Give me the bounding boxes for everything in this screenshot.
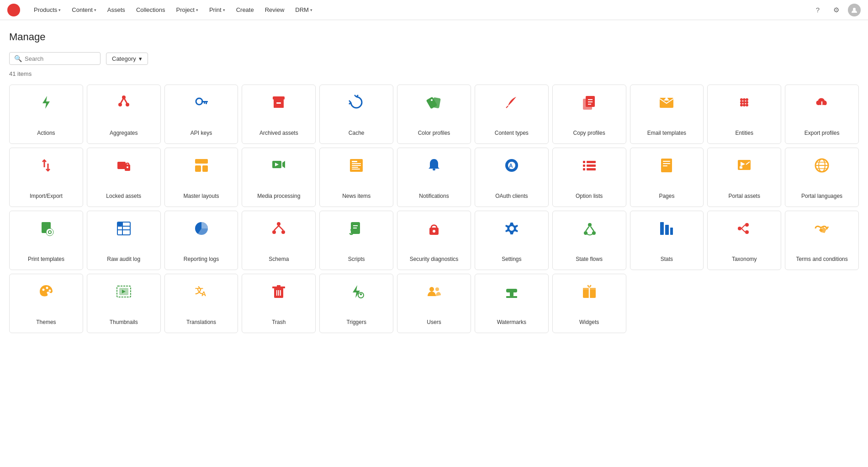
tag-icon	[426, 94, 442, 111]
grid-card-import-export[interactable]: Import/Export	[9, 148, 83, 207]
svg-rect-60	[587, 161, 596, 163]
thumbnail-icon	[116, 283, 132, 300]
nav-content[interactable]: Content ▾	[67, 4, 101, 16]
nav-create[interactable]: Create	[232, 4, 259, 16]
stats-icon	[658, 220, 675, 237]
svg-point-114	[46, 287, 48, 289]
card-label: Trash	[272, 319, 286, 326]
svg-point-2	[12, 8, 16, 12]
grid-card-media-processing[interactable]: Media processing	[242, 148, 316, 207]
svg-point-30	[740, 104, 743, 106]
grid-card-content-types[interactable]: Content types	[475, 85, 549, 144]
grid-card-reporting-logs[interactable]: Reporting logs	[164, 211, 238, 270]
grid-card-terms-and-conditions[interactable]: Terms and conditions	[785, 211, 859, 270]
nav-review[interactable]: Review	[260, 4, 289, 16]
svg-rect-64	[587, 168, 596, 170]
grid-card-master-layouts[interactable]: Master layouts	[164, 148, 238, 207]
nav-drm[interactable]: DRM ▾	[291, 4, 317, 16]
grid-icon	[736, 94, 752, 111]
grid-card-email-templates[interactable]: Email templates	[630, 85, 704, 144]
grid-card-api-keys[interactable]: API keys	[164, 85, 238, 144]
svg-rect-69	[738, 160, 751, 170]
grid-card-raw-audit-log[interactable]: Raw audit log	[87, 211, 161, 270]
grid-card-news-items[interactable]: News items	[319, 148, 393, 207]
search-input[interactable]	[25, 55, 95, 62]
grid-card-schema[interactable]: Schema	[242, 211, 316, 270]
grid-card-copy-profiles[interactable]: Copy profiles	[552, 85, 626, 144]
nav-project[interactable]: Project ▾	[171, 4, 202, 16]
svg-rect-81	[49, 231, 51, 233]
card-label: Portal assets	[729, 193, 760, 200]
grid-card-option-lists[interactable]: Option lists	[552, 148, 626, 207]
grid-card-settings[interactable]: Settings	[475, 211, 549, 270]
grid-card-portal-languages[interactable]: Portal languages	[785, 148, 859, 207]
search-icon: 🔍	[14, 55, 22, 62]
oauth-icon: A	[503, 157, 520, 174]
grid-card-export-profiles[interactable]: Export profiles	[785, 85, 859, 144]
schema-icon	[270, 220, 287, 237]
svg-rect-71	[740, 166, 742, 169]
grid-card-trash[interactable]: Trash	[242, 274, 316, 333]
svg-point-89	[272, 230, 276, 234]
layout-icon	[193, 157, 210, 174]
padlock-icon	[426, 220, 442, 237]
svg-point-29	[746, 98, 748, 101]
navbar: Products ▾ Content ▾ Assets Collections …	[0, 0, 868, 20]
grid-card-cache[interactable]: Cache	[319, 85, 393, 144]
grid-card-entities[interactable]: Entities	[707, 85, 781, 144]
grid-card-aggregates[interactable]: Aggregates	[87, 85, 161, 144]
chevron-down-icon: ▾	[58, 8, 61, 12]
svg-rect-68	[663, 165, 667, 166]
grid-card-scripts[interactable]: Scripts	[319, 211, 393, 270]
card-label: Entities	[736, 130, 753, 137]
grid-card-triggers[interactable]: Triggers	[319, 274, 393, 333]
svg-point-132	[435, 287, 439, 291]
grid-card-translations[interactable]: 文 A Translations	[164, 274, 238, 333]
grid-card-notifications[interactable]: Notifications	[397, 148, 471, 207]
svg-rect-45	[195, 165, 201, 172]
card-label: Cache	[349, 130, 365, 137]
grid-card-archived-assets[interactable]: Archived assets	[242, 85, 316, 144]
grid-card-locked-assets[interactable]: Locked assets	[87, 148, 161, 207]
nav-collections[interactable]: Collections	[132, 4, 170, 16]
svg-point-34	[740, 101, 743, 104]
svg-rect-63	[583, 168, 585, 170]
grid-card-print-templates[interactable]: Print templates	[9, 211, 83, 270]
bolt-icon	[38, 94, 54, 111]
grid-card-themes[interactable]: Themes	[9, 274, 83, 333]
grid-card-state-flows[interactable]: State flows	[552, 211, 626, 270]
grid-card-color-profiles[interactable]: Color profiles	[397, 85, 471, 144]
grid-card-widgets[interactable]: Widgets	[552, 274, 626, 333]
svg-point-115	[48, 290, 51, 292]
nav-menu: Products ▾ Content ▾ Assets Collections …	[29, 4, 811, 16]
grid-card-security-diagnostics[interactable]: Security diagnostics	[397, 211, 471, 270]
grid-card-users[interactable]: Users	[397, 274, 471, 333]
category-dropdown[interactable]: Category ▾	[106, 53, 148, 65]
svg-text:A: A	[509, 163, 513, 169]
help-button[interactable]: ?	[811, 4, 824, 16]
grid-card-watermarks[interactable]: Watermarks	[475, 274, 549, 333]
nav-print[interactable]: Print ▾	[205, 4, 230, 16]
grid-card-actions[interactable]: Actions	[9, 85, 83, 144]
grid-card-stats[interactable]: Stats	[630, 211, 704, 270]
logo[interactable]	[7, 4, 20, 16]
grid-card-taxonomy[interactable]: Taxonomy	[707, 211, 781, 270]
user-avatar[interactable]	[848, 4, 861, 16]
svg-line-110	[741, 228, 745, 232]
card-label: Email templates	[647, 130, 686, 137]
settings-button[interactable]: ⚙	[830, 4, 842, 16]
print-file-icon	[38, 220, 54, 237]
nav-products[interactable]: Products ▾	[29, 4, 65, 16]
search-box[interactable]: 🔍	[9, 52, 101, 65]
svg-rect-107	[670, 228, 673, 235]
svg-rect-55	[433, 169, 435, 170]
svg-point-88	[277, 222, 281, 226]
nav-assets[interactable]: Assets	[103, 4, 130, 16]
svg-rect-61	[583, 165, 585, 167]
copy-icon	[581, 94, 598, 111]
grid-card-pages[interactable]: Pages	[630, 148, 704, 207]
grid-card-portal-assets[interactable]: Portal assets	[707, 148, 781, 207]
svg-line-103	[586, 227, 589, 231]
grid-card-oauth-clients[interactable]: A OAuth clients	[475, 148, 549, 207]
grid-card-thumbnails[interactable]: Thumbnails	[87, 274, 161, 333]
